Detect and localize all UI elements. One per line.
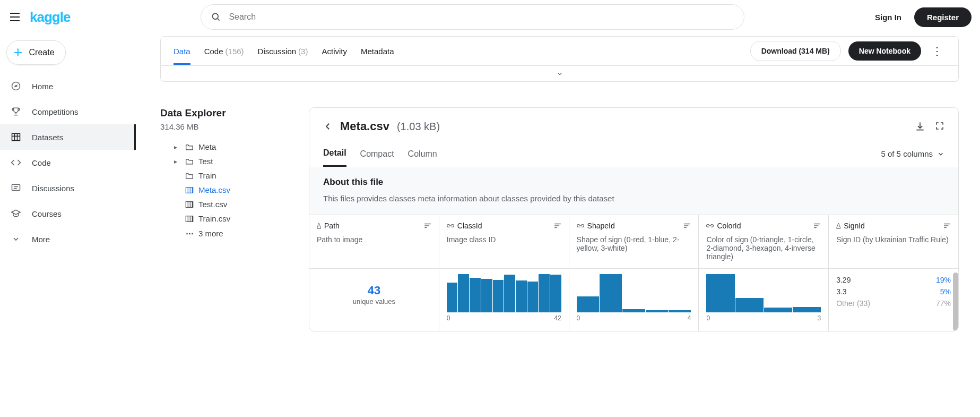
column-desc: Path to image xyxy=(309,235,439,268)
sidebar-item-courses[interactable]: Courses xyxy=(0,201,136,226)
svg-rect-13 xyxy=(186,187,193,193)
scrollbar[interactable] xyxy=(953,273,958,331)
graduation-icon xyxy=(10,207,22,220)
main-content: Data Code (156) Discussion (3) Activity … xyxy=(136,36,980,353)
folder-icon xyxy=(185,143,194,151)
register-button[interactable]: Register xyxy=(914,7,972,27)
histogram xyxy=(706,274,821,312)
tree-item-train-csv[interactable]: Train.csv xyxy=(160,211,288,226)
columns-count[interactable]: 5 of 5 columns xyxy=(881,149,944,166)
sidebar-item-label: More xyxy=(32,235,50,244)
tree-item-label: Meta xyxy=(198,142,216,151)
sort-icon[interactable] xyxy=(683,223,691,229)
tab-metadata[interactable]: Metadata xyxy=(361,47,394,56)
value-row: 3.2919% xyxy=(836,274,951,286)
folder-icon xyxy=(185,172,194,180)
table-icon xyxy=(10,131,22,143)
column-desc: Shape of sign (0-red, 1-blue, 2-yellow, … xyxy=(569,235,699,268)
create-label: Create xyxy=(29,48,55,57)
svg-rect-10 xyxy=(12,184,20,190)
svg-rect-21 xyxy=(186,216,193,222)
svg-rect-6 xyxy=(12,133,20,140)
sidebar-item-code[interactable]: Code xyxy=(0,150,136,175)
table-file-icon xyxy=(185,201,194,208)
code-icon xyxy=(10,156,22,169)
comment-icon xyxy=(10,182,22,194)
file-panel: Meta.csv (1.03 kB) Detail Compact Column… xyxy=(309,107,959,331)
search-box[interactable] xyxy=(201,4,744,30)
create-button[interactable]: + Create xyxy=(6,40,66,65)
tab-code[interactable]: Code (156) xyxy=(204,47,244,56)
file-name: Meta.csv xyxy=(340,120,389,133)
column-type-icon xyxy=(577,223,584,228)
expand-header-toggle[interactable] xyxy=(160,66,959,82)
column-type-icon: A xyxy=(836,222,840,229)
sort-icon[interactable] xyxy=(554,223,561,229)
tree-more[interactable]: ⋯3 more xyxy=(160,226,288,241)
kaggle-logo[interactable]: kaggle xyxy=(30,9,70,25)
tree-item-test-csv[interactable]: Test.csv xyxy=(160,197,288,211)
tree-item-label: Test.csv xyxy=(198,200,227,209)
tree-item-label: Meta.csv xyxy=(198,185,230,194)
table-file-icon xyxy=(185,215,194,223)
tab-discussion[interactable]: Discussion (3) xyxy=(258,47,308,56)
about-title: About this file xyxy=(323,177,944,188)
unique-count: 43 xyxy=(317,284,431,297)
more-dots-icon: ⋯ xyxy=(185,228,194,238)
chevron-down-icon xyxy=(937,150,944,158)
about-desc: This files provides classes meta informa… xyxy=(323,194,944,203)
column-desc: Color of sign (0-triangle, 1-circle, 2-d… xyxy=(699,235,828,268)
sidebar-item-label: Courses xyxy=(32,209,62,218)
tab-activity[interactable]: Activity xyxy=(322,47,347,56)
caret-icon: ▸ xyxy=(174,158,180,165)
sidebar-item-more[interactable]: More xyxy=(0,226,136,252)
file-size: (1.03 kB) xyxy=(397,121,440,133)
sidebar-item-datasets[interactable]: Datasets xyxy=(0,124,136,150)
more-menu-icon[interactable]: ⋮ xyxy=(929,41,946,61)
column-type-icon: A xyxy=(317,222,321,229)
sidebar-item-label: Datasets xyxy=(32,133,63,142)
sign-in-link[interactable]: Sign In xyxy=(875,13,901,22)
about-file: About this file This files provides clas… xyxy=(309,167,958,215)
histogram xyxy=(447,274,561,312)
menu-icon[interactable] xyxy=(8,11,21,23)
svg-point-0 xyxy=(213,13,219,19)
sidebar-item-competitions[interactable]: Competitions xyxy=(0,99,136,124)
sort-icon[interactable] xyxy=(943,223,951,229)
back-icon[interactable] xyxy=(323,122,333,131)
search-input[interactable] xyxy=(229,12,734,22)
explorer-title: Data Explorer xyxy=(160,107,288,119)
tree-item-meta[interactable]: ▸Meta xyxy=(160,140,288,154)
tab-data[interactable]: Data xyxy=(174,47,190,56)
tree-item-label: 3 more xyxy=(198,229,223,238)
unique-label: unique values xyxy=(317,297,431,305)
svg-line-1 xyxy=(218,19,220,21)
value-row: Other (33)77% xyxy=(836,297,951,309)
sort-icon[interactable] xyxy=(813,223,821,229)
sidebar-item-label: Competitions xyxy=(32,107,79,116)
sidebar-item-discussions[interactable]: Discussions xyxy=(0,175,136,201)
download-button[interactable]: Download (314 MB) xyxy=(750,41,841,61)
top-bar: kaggle Sign In Register xyxy=(0,0,980,34)
tree-item-meta-csv[interactable]: Meta.csv xyxy=(160,183,288,197)
data-explorer: Data Explorer 314.36 MB ▸Meta▸TestTrainM… xyxy=(160,107,288,241)
tree-item-test[interactable]: ▸Test xyxy=(160,154,288,168)
folder-icon xyxy=(185,158,194,165)
histogram xyxy=(577,274,691,312)
view-tab-column[interactable]: Column xyxy=(408,149,437,166)
column-colorid: ColorIdColor of sign (0-triangle, 1-circ… xyxy=(699,215,829,331)
sidebar-item-label: Code xyxy=(32,158,51,167)
view-tab-detail[interactable]: Detail xyxy=(323,148,346,167)
new-notebook-button[interactable]: New Notebook xyxy=(848,41,921,61)
tree-item-train[interactable]: Train xyxy=(160,168,288,183)
column-name: SignId xyxy=(844,222,865,230)
sort-icon[interactable] xyxy=(424,223,431,229)
search-icon xyxy=(211,12,221,22)
column-name: ShapeId xyxy=(587,222,615,230)
sidebar-item-home[interactable]: Home xyxy=(0,73,136,99)
sidebar-item-label: Home xyxy=(32,82,53,91)
fullscreen-icon[interactable] xyxy=(935,121,944,132)
view-tab-compact[interactable]: Compact xyxy=(360,149,394,166)
column-desc: Sign ID (by Ukrainian Traffic Rule) xyxy=(829,235,958,268)
download-file-icon[interactable] xyxy=(915,121,925,132)
